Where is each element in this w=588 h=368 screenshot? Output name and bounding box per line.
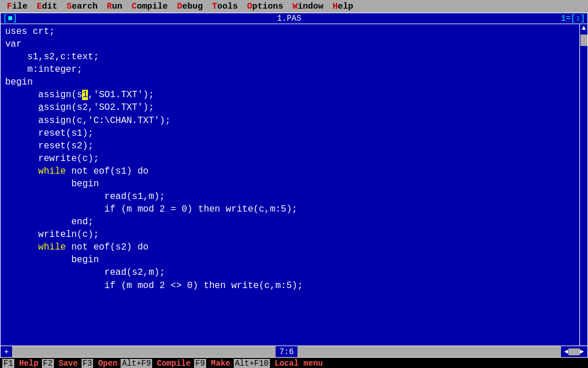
title-left: [■] [3,14,17,23]
func-key-altf10: Alt+F10 [234,359,270,368]
func-f2[interactable]: F2 Save [42,359,78,368]
code-line-2: var [5,38,583,51]
code-line-6: assign(s1,'SO1.TXT'); [5,89,583,101]
code-line-10: reset(s2); [5,140,583,152]
menu-file[interactable]: File [2,1,32,12]
func-f1[interactable]: F1 Help [2,359,38,368]
status-marker: + [4,347,9,356]
func-key-altf9: Alt+F9 [121,359,152,368]
code-line-13: begin [5,178,583,190]
code-line-1: uses crt; [5,25,583,38]
func-label-f9: Make [206,359,230,368]
code-line-21: if (m mod 2 <> 0) then write(c,m:5); [5,279,583,292]
scrollbar[interactable]: ▲ [579,24,587,346]
func-altf10[interactable]: Alt+F10 Local menu [234,359,323,368]
menu-debug[interactable]: Debug [172,1,207,12]
code-line-8: assign(c,'C:\CHAN.TXT'); [5,114,583,127]
statusbar-fill2 [297,346,561,357]
statusbar: + 7:6 ◄ ► [0,346,588,358]
func-key-f9: F9 [194,359,206,368]
func-key-f2: F2 [42,359,54,368]
menu-tools[interactable]: Tools [207,1,242,12]
title-center: 1.PAS [17,14,561,23]
func-f9[interactable]: F9 Make [194,359,230,368]
menu-edit[interactable]: Edit [32,1,62,12]
func-altf9[interactable]: Alt+F9 Compile [121,359,191,368]
code-line-7: assign(s2,'SO2.TXT'); [5,101,583,114]
editor[interactable]: uses crt; var s1,s2,c:text; m:integer; b… [0,24,588,346]
code-line-12: while not eof(s1) do [5,165,583,178]
scroll-left-arrow[interactable]: ◄ [564,348,568,356]
statusbar-fill [12,346,276,357]
code-line-15: if (m mod 2 = 0) then write(c,m:5); [5,203,583,216]
func-f3[interactable]: F3 Open [82,359,118,368]
func-label-f2: Save [54,359,78,368]
scroll-up-arrow[interactable]: ▲ [582,24,586,32]
func-label-altf9: Compile [152,359,191,368]
func-key-f1: F1 [2,359,14,368]
scroll-thumb[interactable] [581,34,587,46]
func-label-altf10: Local menu [270,359,323,368]
code-line-14: read(s1,m); [5,190,583,203]
titlebar: [■] 1.PAS 1=[↕] [0,13,588,24]
hscroll-thumb[interactable] [568,348,580,355]
menu-window[interactable]: Window [288,1,328,12]
cursor: 1 [82,90,88,100]
func-key-f3: F3 [82,359,94,368]
code-line-4: m:integer; [5,63,583,76]
code-line-3: s1,s2,c:text; [5,51,583,63]
menu-help[interactable]: Help [328,1,358,12]
code-line-16: end; [5,216,583,228]
code-line-11: rewrite(c); [5,152,583,165]
hscrollbar[interactable]: ◄ ► [564,348,584,356]
code-line-19: begin [5,254,583,266]
code-line-9: reset(s1); [5,127,583,140]
scroll-right-arrow[interactable]: ► [580,348,584,356]
func-label-f1: Help [14,359,38,368]
status-position: 7:6 [279,347,293,356]
code-line-20: read(s2,m); [5,266,583,279]
code-line-18: while not eof(s2) do [5,241,583,254]
funcbar: F1 Help F2 Save F3 Open Alt+F9 Compile F… [0,358,588,368]
code-line-17: writeln(c); [5,228,583,241]
code-line-5: begin [5,76,583,89]
menu-options[interactable]: Options [242,1,288,12]
menu-search[interactable]: Search [62,1,102,12]
func-label-f3: Open [93,359,117,368]
menu-run[interactable]: Run [102,1,127,12]
menu-compile[interactable]: Compile [127,1,172,12]
menubar: File Edit Search Run Compile Debug Tools… [0,0,588,13]
title-right: 1=[↕] [561,14,585,23]
